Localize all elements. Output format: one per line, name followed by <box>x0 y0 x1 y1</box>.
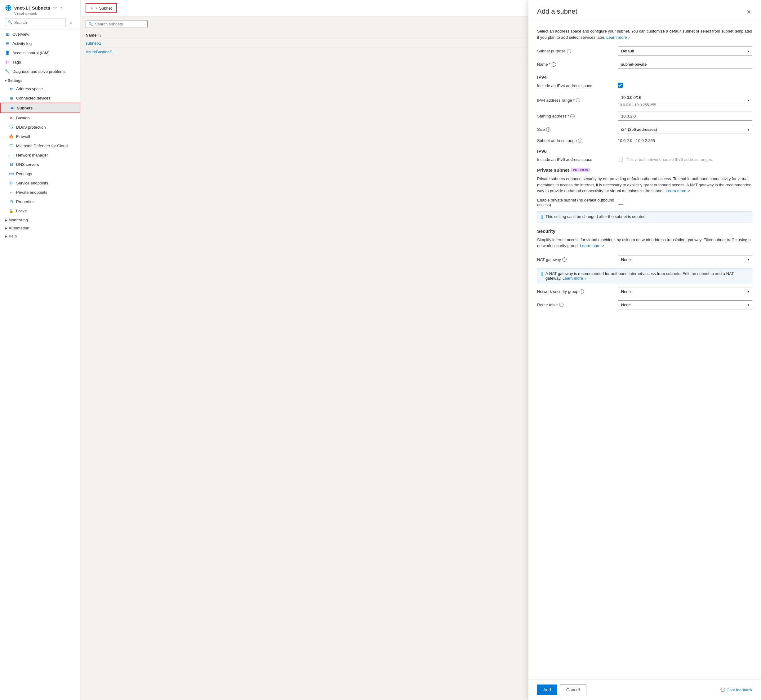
security-learn-more-link[interactable]: Learn more ↗ <box>580 243 604 248</box>
nav-ddos-label: DDoS protection <box>16 125 45 130</box>
nav-service-endpoints[interactable]: ⚙ Service endpoints <box>0 178 80 188</box>
subnets-icon: ⇔ <box>9 105 14 110</box>
nav-tags[interactable]: 🏷 Tags <box>0 57 80 67</box>
subnet-range-info-icon[interactable]: i <box>578 139 582 143</box>
sidebar-collapse-button[interactable]: « <box>67 18 75 27</box>
nat-learn-more-link[interactable]: Learn more ↗ <box>562 276 587 281</box>
nav-network-manager[interactable]: ⋮⋮ Network manager <box>0 150 80 159</box>
footer-actions: Add Cancel <box>537 684 586 695</box>
add-button[interactable]: Add <box>537 684 557 695</box>
nav-connected-devices[interactable]: 🖥 Connected devices <box>0 93 80 103</box>
cancel-button[interactable]: Cancel <box>560 684 586 695</box>
enable-private-control <box>618 199 752 206</box>
nsg-info-icon[interactable]: i <box>579 289 584 294</box>
private-learn-more-link[interactable]: Learn more ↗ <box>666 189 690 193</box>
nav-address-space-label: Address space <box>16 86 43 91</box>
nav-activity-log[interactable]: ☰ Activity log <box>0 39 80 48</box>
route-table-select[interactable]: None <box>618 300 752 309</box>
name-input[interactable] <box>618 60 752 69</box>
nav-address-space[interactable]: ⇔ Address space <box>0 84 80 93</box>
nsg-select[interactable]: None <box>618 287 752 296</box>
starting-address-input[interactable] <box>618 112 752 120</box>
properties-icon: ⊟ <box>9 199 14 204</box>
private-info-box: ℹ This setting can't be changed after th… <box>537 211 752 223</box>
preview-badge: PREVIEW <box>571 168 590 172</box>
nat-gateway-info-icon[interactable]: i <box>562 257 567 262</box>
panel-learn-more-link[interactable]: Learn more ↗ <box>606 35 631 40</box>
monitoring-section[interactable]: ▶ Monitoring <box>0 216 80 223</box>
ipv6-section-title: IPv6 <box>537 148 752 154</box>
nav-ddos[interactable]: 🛡 DDoS protection <box>0 122 80 132</box>
settings-section[interactable]: ▾ Settings <box>0 76 80 84</box>
enable-private-checkbox[interactable] <box>618 199 623 205</box>
route-table-label: Route table i <box>537 303 618 307</box>
nav-dns-servers[interactable]: 🖥 DNS servers <box>0 159 80 169</box>
subnet-range-value: 10.0.2.0 - 10.0.2.255 <box>618 138 752 143</box>
nav-overview[interactable]: ⊞ Overview <box>0 30 80 39</box>
name-field-label: Name * i <box>537 62 618 67</box>
nav-tags-label: Tags <box>13 60 21 64</box>
chevron-right-automation-icon: ▶ <box>5 227 8 230</box>
connected-devices-icon: 🖥 <box>9 95 14 100</box>
include-ipv4-checkbox[interactable] <box>618 83 623 88</box>
include-ipv4-label: Include an IPv4 address space <box>537 83 618 88</box>
nav-activity-log-label: Activity log <box>13 41 31 46</box>
help-section[interactable]: ▶ Help <box>0 231 80 240</box>
automation-section[interactable]: ▶ Automation <box>0 223 80 231</box>
panel-close-button[interactable]: ✕ <box>745 8 752 17</box>
size-info-icon[interactable]: i <box>546 127 550 132</box>
service-endpoints-icon: ⚙ <box>9 180 14 185</box>
search-subnets-box[interactable]: 🔍 <box>86 20 147 28</box>
search-icon: 🔍 <box>8 20 13 25</box>
nav-firewall[interactable]: 🔥 Firewall <box>0 132 80 141</box>
nav-bastion-label: Bastion <box>16 116 30 120</box>
nav-properties-label: Properties <box>16 199 34 204</box>
give-feedback-link[interactable]: 💬 Give feedback <box>720 688 752 692</box>
nav-peerings[interactable]: ⟺ Peerings <box>0 169 80 178</box>
chevron-down-icon: ▾ <box>5 79 6 83</box>
sidebar-search-input[interactable] <box>14 20 63 25</box>
nav-subnets[interactable]: ⇔ Subnets <box>0 103 80 113</box>
route-table-row: Route table i None ▾ <box>537 300 752 309</box>
search-subnets-input[interactable] <box>95 22 141 27</box>
sidebar-search-box[interactable]: 🔍 <box>5 19 66 27</box>
nav-defender[interactable]: 🛡 Microsoft Defender for Cloud <box>0 141 80 150</box>
subnet-purpose-info-icon[interactable]: i <box>567 49 571 53</box>
learn-more-label: Learn more <box>606 35 627 40</box>
dns-servers-icon: 🖥 <box>9 162 14 167</box>
overview-icon: ⊞ <box>5 31 10 37</box>
more-icon[interactable]: ··· <box>60 5 64 11</box>
nsg-row: Network security group i None ▾ <box>537 287 752 296</box>
nav-locks[interactable]: 🔒 Locks <box>0 206 80 216</box>
favorite-icon[interactable]: ☆ <box>53 5 57 11</box>
nav-overview-label: Overview <box>13 32 29 37</box>
security-section-title: Security <box>537 228 752 234</box>
nat-gateway-select[interactable]: None <box>618 255 752 264</box>
starting-address-info-icon[interactable]: i <box>570 114 575 119</box>
chevron-right-help-icon: ▶ <box>5 235 8 238</box>
external-link-icon: ↗ <box>628 36 631 39</box>
add-subnet-button[interactable]: + + Subnet <box>86 3 117 13</box>
include-ipv6-checkbox[interactable] <box>618 157 623 162</box>
route-table-info-icon[interactable]: i <box>559 303 564 307</box>
subnet-purpose-label: Subnet purpose i <box>537 48 618 53</box>
ipv4-range-row: IPv4 address range * i 10.0.0.0/16 ▾ 10.… <box>537 93 752 107</box>
starting-address-label: Starting address * i <box>537 114 618 119</box>
nav-firewall-label: Firewall <box>16 134 30 139</box>
nav-locks-label: Locks <box>16 209 27 213</box>
nav-private-endpoints-label: Private endpoints <box>16 190 47 195</box>
nav-diagnose[interactable]: 🔧 Diagnose and solve problems <box>0 67 80 76</box>
sidebar: vnet-1 | Subnets ☆ ··· Virtual network 🔍… <box>0 0 81 700</box>
ipv4-range-info-icon[interactable]: i <box>576 98 580 102</box>
private-subnet-section-title: Private subnet PREVIEW <box>537 167 752 173</box>
name-info-icon[interactable]: i <box>552 62 556 67</box>
subnet-purpose-select[interactable]: Default <box>618 47 752 55</box>
nat-gateway-control: None ▾ <box>618 255 752 264</box>
nav-properties[interactable]: ⊟ Properties <box>0 197 80 206</box>
search-subnets-icon: 🔍 <box>88 22 93 27</box>
nav-private-endpoints[interactable]: ↔ Private endpoints <box>0 188 80 197</box>
nav-bastion[interactable]: ✕ Bastion <box>0 113 80 122</box>
ipv4-range-select[interactable]: 10.0.0.0/16 <box>618 93 752 102</box>
size-select[interactable]: /24 (256 addresses) <box>618 125 752 134</box>
nav-access-control[interactable]: 👤 Access control (IAM) <box>0 48 80 57</box>
